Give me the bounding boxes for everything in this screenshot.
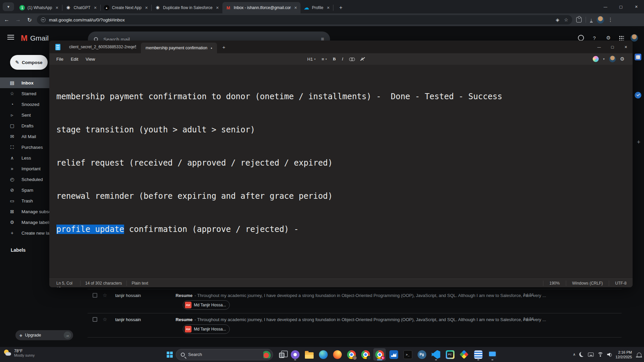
tab-search-button[interactable]: ▾ — [3, 2, 14, 11]
line-ending[interactable]: Windows (CRLF) — [566, 281, 609, 286]
edit-menu[interactable]: Edit — [67, 57, 82, 62]
chrome-profile-1-button[interactable] — [345, 348, 358, 361]
close-button[interactable]: ✕ — [619, 41, 633, 53]
insert-link-icon[interactable] — [349, 57, 355, 61]
file-explorer-button[interactable] — [303, 348, 315, 361]
help-icon[interactable]: ? — [591, 35, 598, 41]
tab-chatgpt[interactable]: ✳ ChatGPT ✕ — [62, 2, 100, 13]
maximize-button[interactable]: ▢ — [613, 0, 629, 13]
google-apps-grid-icon[interactable] — [619, 36, 624, 41]
arrow-right-icon[interactable]: → — [64, 331, 71, 339]
close-button[interactable]: ✕ — [629, 0, 644, 13]
site-info-icon[interactable] — [41, 17, 46, 22]
star-toggle-icon[interactable]: ☆ — [103, 292, 107, 298]
clear-formatting-icon[interactable]: A — [361, 57, 364, 62]
task-view-button[interactable] — [275, 348, 287, 361]
weather-widget[interactable]: 78°F Mostly sunny — [3, 349, 35, 357]
pycharm-button[interactable] — [444, 348, 456, 361]
notifications-bell-icon[interactable] — [637, 353, 641, 357]
close-tab-icon[interactable]: ✕ — [94, 6, 97, 10]
start-button[interactable] — [162, 348, 174, 361]
tab-gmail-inbox-active[interactable]: M Inbox - ishann.tforce@gmail.com ✕ — [222, 2, 301, 13]
minimize-button[interactable]: — — [592, 41, 606, 53]
copilot-icon[interactable] — [593, 56, 599, 62]
main-menu-icon[interactable] — [7, 35, 14, 40]
close-tab-icon[interactable]: ✕ — [55, 6, 58, 10]
back-button[interactable]: ← — [2, 15, 11, 24]
touch-keyboard-icon[interactable] — [588, 353, 594, 357]
bookmark-star-icon[interactable]: ☆ — [564, 17, 568, 22]
address-bar[interactable]: mail.google.com/mail/u/0/?ogbl#inbox ◈ ☆ — [37, 15, 572, 24]
reload-button[interactable]: ↻ — [25, 15, 34, 24]
close-tab-icon[interactable]: ✕ — [216, 6, 219, 10]
calendar-icon[interactable] — [635, 54, 641, 60]
select-checkbox[interactable] — [93, 293, 97, 298]
settings-gear-icon[interactable]: ⚙ — [620, 56, 625, 62]
compose-button[interactable]: ✎ Compose — [10, 55, 48, 70]
forward-button[interactable]: → — [13, 15, 23, 24]
firefox-button[interactable] — [331, 348, 343, 361]
status-ring-icon[interactable] — [578, 35, 584, 41]
italic-button[interactable]: I — [342, 56, 343, 62]
chrome-active-button[interactable]: S — [373, 348, 386, 361]
attachment-chip[interactable]: PDF Md Tanjir Hossa... — [183, 300, 230, 310]
downloads-icon[interactable]: ↓ — [590, 17, 593, 22]
get-add-ons-icon[interactable]: + — [633, 139, 644, 146]
browser-menu-icon[interactable]: ⋮ — [608, 17, 613, 23]
minimize-button[interactable]: — — [598, 0, 613, 13]
tab-profile[interactable]: ☁ Profile ✕ — [301, 2, 333, 13]
volume-icon[interactable] — [607, 353, 612, 357]
list-style-dropdown[interactable]: ≡ ▾ — [322, 57, 327, 62]
browser-action-icon[interactable]: ◈ — [556, 17, 559, 22]
encoding[interactable]: UTF-8 — [609, 281, 633, 286]
tray-overflow-icon[interactable]: ∧ — [573, 352, 576, 357]
maximize-button[interactable]: ▢ — [606, 41, 619, 53]
postgresql-button[interactable]: Pg — [416, 348, 428, 361]
monitor-app-button[interactable] — [486, 348, 498, 361]
tab-whatsapp[interactable]: 1 (1) WhatsApp ✕ — [16, 2, 62, 13]
task-manager-button[interactable] — [387, 348, 400, 361]
bold-button[interactable]: B — [333, 56, 336, 62]
vscode-button[interactable] — [430, 348, 442, 361]
email-row[interactable]: ☆ tanjir hossain Resume- Throughout my a… — [88, 313, 622, 338]
do-not-disturb-icon[interactable] — [579, 352, 584, 357]
notepad-tab-client-secret[interactable]: client_secret_2_60053885332-2reqe52rribo — [64, 41, 141, 53]
tab-create-next-app[interactable]: ▲ Create Next App ✕ — [101, 2, 151, 13]
close-tab-icon[interactable]: ✕ — [294, 6, 297, 10]
zoom-level[interactable]: 190% — [543, 281, 566, 286]
email-row[interactable]: ☆ tanjir hossain Resume- Throughout my a… — [88, 289, 622, 313]
clock[interactable]: 2:16 PM 12/2/2025 — [615, 350, 632, 359]
close-tab-icon[interactable]: ✕ — [145, 6, 148, 10]
edge-button[interactable] — [317, 348, 329, 361]
new-tab-button[interactable]: + — [336, 3, 345, 12]
chrome-profile-2-button[interactable] — [359, 348, 372, 361]
notepad-app-button[interactable] — [472, 348, 484, 361]
notepad-tab-membership-active[interactable]: membership payment confirmation ● — [141, 43, 217, 53]
file-menu[interactable]: File — [53, 57, 67, 62]
tasks-icon[interactable] — [635, 92, 641, 99]
select-checkbox[interactable] — [93, 317, 97, 322]
extensions-icon[interactable] — [576, 17, 582, 22]
tab-duplicate-flow[interactable]: ✳ Duplicate flow in Salesforce ✕ — [152, 2, 222, 13]
close-tab-icon[interactable]: ✕ — [327, 6, 330, 10]
attachment-chip[interactable]: PDF Md Tanjir Hossa... — [183, 324, 230, 334]
notepad-text-area[interactable]: membership payment confirmation to donor… — [49, 65, 633, 279]
account-avatar[interactable] — [631, 34, 638, 42]
taskbar-search[interactable]: Search — [176, 349, 273, 360]
tab-title: Profile — [312, 5, 323, 10]
heading-style-dropdown[interactable]: H1 ▾ — [307, 57, 316, 62]
chevron-down-icon[interactable]: ▾ — [603, 57, 605, 61]
view-menu[interactable]: View — [82, 57, 99, 62]
url-text[interactable]: mail.google.com/mail/u/0/?ogbl#inbox — [49, 17, 556, 22]
terminal-button[interactable]: >_ — [401, 348, 414, 361]
star-toggle-icon[interactable]: ☆ — [103, 316, 107, 322]
wifi-icon[interactable] — [597, 352, 603, 357]
settings-gear-icon[interactable]: ⚙ — [605, 35, 612, 41]
browser-profile-avatar[interactable] — [597, 16, 604, 23]
notepad-account-avatar[interactable] — [609, 56, 616, 62]
diamond-app-button[interactable] — [458, 348, 470, 361]
purple-app-button[interactable] — [289, 348, 301, 361]
chatgpt-icon: ✳ — [66, 5, 71, 10]
upgrade-button[interactable]: ◆ Upgrade → — [15, 330, 73, 340]
notepad-new-tab-button[interactable]: + — [222, 44, 225, 50]
